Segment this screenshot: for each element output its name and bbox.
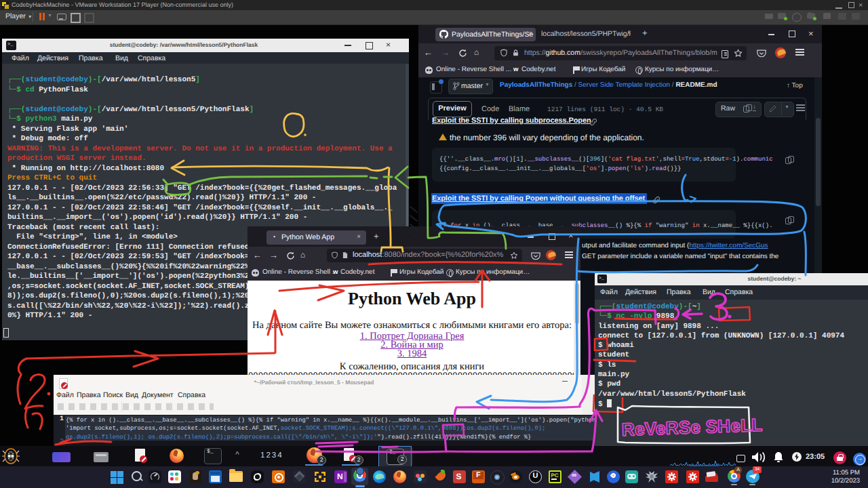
svg-text:ReVeRSe SHeLL: ReVeRSe SHeLL — [621, 415, 763, 440]
